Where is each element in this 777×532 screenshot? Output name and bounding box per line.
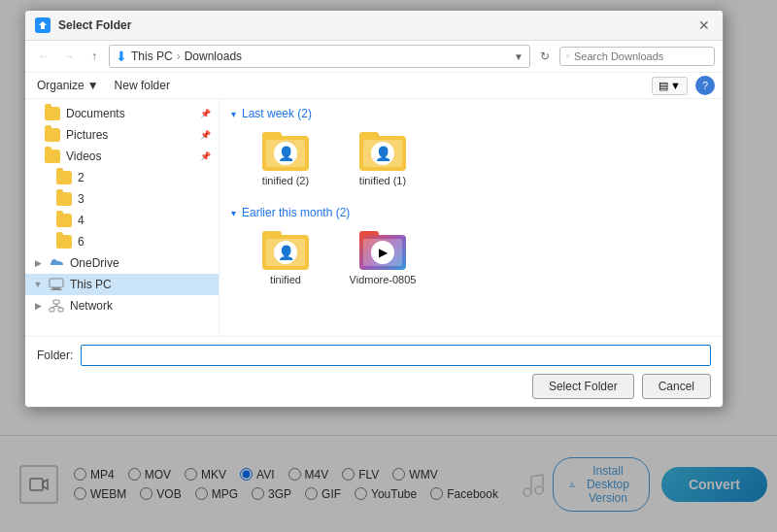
file-item-tinified-1[interactable]: 👤 tinified (1)	[344, 128, 422, 190]
file-name-tinified-2: tinified (2)	[262, 175, 309, 186]
sidebar-item-6[interactable]: 6	[25, 231, 219, 252]
svg-point-8	[566, 54, 569, 57]
pictures-icon	[45, 127, 60, 143]
svg-rect-10	[50, 279, 63, 287]
expand-icon-network: ▶	[33, 301, 43, 311]
address-chevron-icon: ▼	[514, 51, 524, 62]
sidebar-label-pictures: Pictures	[66, 128, 108, 142]
section-chevron-last-week: ▾	[231, 109, 236, 119]
select-folder-button[interactable]: Select Folder	[532, 374, 634, 399]
svg-rect-12	[51, 289, 62, 290]
dialog-app-icon	[35, 17, 51, 33]
section-title-earlier: Earlier this month (2)	[242, 206, 350, 219]
files-grid-earlier: 👤 tinified ▶ Vidmore-0805	[231, 227, 711, 289]
sidebar-label-network: Network	[70, 299, 113, 313]
dialog-titlebar: Select Folder ✕	[25, 11, 723, 41]
folder-2-icon	[56, 170, 72, 185]
documents-icon	[45, 106, 60, 121]
section-earlier-month[interactable]: ▾ Earlier this month (2)	[231, 206, 711, 219]
folder-label: Folder:	[37, 349, 73, 362]
folder-input-row: Folder:	[37, 345, 711, 366]
sidebar-item-onedrive[interactable]: ▶ OneDrive	[25, 252, 219, 274]
pin-icon: 📌	[200, 109, 211, 118]
file-item-tinified-2[interactable]: 👤 tinified (2)	[247, 128, 324, 190]
dialog-close-button[interactable]: ✕	[695, 17, 713, 34]
expand-icon-onedrive: ▶	[33, 258, 43, 268]
dialog-addressbar: ← → ↑ ⬇ This PC › Downloads ▼ ↻	[25, 41, 723, 73]
pin-icon-3: 📌	[200, 151, 211, 161]
dialog-content: Documents 📌 Pictures 📌 Videos �	[25, 99, 723, 336]
file-name-vidmore: Vidmore-0805	[350, 274, 417, 285]
folder-input[interactable]	[81, 345, 711, 366]
section-last-week[interactable]: ▾ Last week (2)	[231, 107, 711, 120]
select-folder-dialog: Select Folder ✕ ← → ↑ ⬇ This PC › Downlo…	[24, 10, 724, 408]
sidebar-item-3[interactable]: 3	[25, 188, 219, 210]
file-item-tinified[interactable]: 👤 tinified	[247, 227, 324, 289]
sidebar-label-this-pc: This PC	[70, 278, 112, 291]
new-folder-button[interactable]: New folder	[111, 77, 174, 94]
folder-icon-tinified-1: 👤	[359, 132, 406, 171]
folder-icon-vidmore: ▶	[359, 231, 406, 270]
folder-icon-tinified-2: 👤	[262, 132, 309, 171]
search-input[interactable]	[574, 50, 708, 62]
file-name-tinified: tinified	[270, 274, 301, 285]
dialog-title: Select Folder	[58, 18, 688, 32]
sidebar-label-videos: Videos	[66, 150, 101, 163]
view-chevron-icon: ▼	[670, 80, 681, 91]
sidebar-label-onedrive: OneDrive	[70, 256, 119, 270]
dialog-buttons: Select Folder Cancel	[37, 374, 711, 399]
svg-rect-13	[53, 300, 59, 304]
network-icon	[49, 298, 64, 314]
expand-icon-thispc: ▼	[33, 280, 43, 289]
this-pc-icon	[49, 277, 64, 292]
sidebar-label-6: 6	[78, 235, 84, 249]
onedrive-icon	[49, 255, 64, 271]
sidebar-label-2: 2	[78, 171, 84, 184]
sidebar-item-videos[interactable]: Videos 📌	[25, 146, 219, 167]
path-downloads: Downloads	[185, 50, 242, 63]
cancel-button[interactable]: Cancel	[642, 374, 711, 399]
sidebar-item-documents[interactable]: Documents 📌	[25, 103, 219, 124]
sidebar-item-2[interactable]: 2	[25, 167, 219, 188]
files-grid-last-week: 👤 tinified (2) 👤 tinified (1)	[231, 128, 711, 190]
help-button[interactable]: ?	[695, 76, 715, 95]
search-box[interactable]	[559, 47, 715, 66]
search-icon	[566, 50, 570, 62]
svg-rect-15	[58, 308, 63, 312]
view-icon: ▤	[659, 80, 668, 92]
dialog-footer: Folder: Select Folder Cancel	[25, 336, 723, 407]
sidebar-item-network[interactable]: ▶ Network	[25, 295, 219, 316]
organize-button[interactable]: Organize ▼	[33, 77, 103, 94]
address-path: This PC › Downloads	[131, 50, 510, 63]
folder-3-icon	[56, 191, 72, 207]
sidebar-label-documents: Documents	[66, 107, 125, 120]
sidebar: Documents 📌 Pictures 📌 Videos �	[25, 99, 220, 336]
up-button[interactable]: ↑	[84, 46, 105, 67]
svg-rect-11	[52, 287, 60, 289]
folder-4-icon	[56, 213, 72, 228]
file-item-vidmore[interactable]: ▶ Vidmore-0805	[344, 227, 422, 289]
sidebar-item-4[interactable]: 4	[25, 210, 219, 231]
folder-6-icon	[56, 234, 72, 249]
forward-button[interactable]: →	[58, 46, 80, 67]
svg-line-9	[569, 57, 570, 58]
path-folder-icon: ⬇	[116, 49, 127, 64]
pin-icon-2: 📌	[200, 130, 211, 140]
section-chevron-earlier: ▾	[231, 208, 236, 218]
dialog-toolbar: Organize ▼ New folder ▤ ▼ ?	[25, 73, 723, 99]
organize-chevron-icon: ▼	[87, 79, 99, 92]
sidebar-label-4: 4	[78, 214, 84, 227]
sidebar-label-3: 3	[78, 192, 84, 206]
svg-rect-14	[50, 308, 54, 312]
file-name-tinified-1: tinified (1)	[359, 175, 406, 186]
sidebar-item-this-pc[interactable]: ▼ This PC	[25, 274, 219, 295]
address-box[interactable]: ⬇ This PC › Downloads ▼	[109, 45, 530, 68]
view-button[interactable]: ▤ ▼	[652, 77, 688, 95]
sidebar-item-pictures[interactable]: Pictures 📌	[25, 124, 219, 146]
file-area: ▾ Last week (2) 👤 tinified (2)	[220, 99, 723, 336]
videos-icon	[45, 149, 60, 164]
refresh-button[interactable]: ↻	[534, 46, 556, 67]
back-button[interactable]: ←	[33, 46, 54, 67]
path-thispc: This PC	[131, 50, 173, 63]
folder-icon-tinified: 👤	[262, 231, 309, 270]
